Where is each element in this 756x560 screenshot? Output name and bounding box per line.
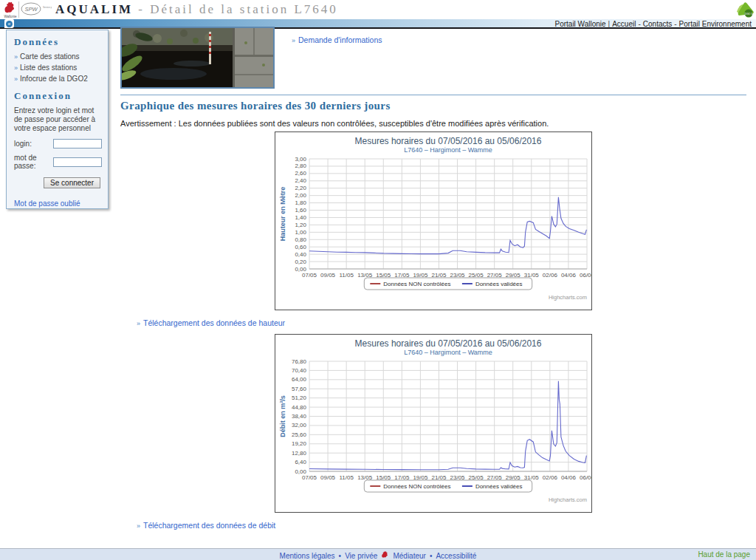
app-title: AQUALIM - Détail de la station L7640: [55, 2, 338, 17]
svg-text:0,80: 0,80: [295, 236, 306, 243]
sidebar-item-carte-des-stations[interactable]: »Carte des stations: [14, 52, 102, 61]
page-title: - Détail de la station L7640: [138, 2, 337, 16]
svg-text:44,80: 44,80: [292, 404, 307, 411]
haut-de-la-page-link[interactable]: Haut de la page: [698, 550, 750, 559]
svg-text:Mesures horaires du 07/05/2016: Mesures horaires du 07/05/2016 au 05/06/…: [355, 338, 542, 349]
link-mediateur[interactable]: Médiateur: [393, 552, 425, 560]
link-mentions-legales[interactable]: Mentions légales: [280, 552, 335, 560]
svg-text:1,00: 1,00: [295, 229, 306, 236]
svg-text:07/05: 07/05: [302, 474, 317, 481]
svg-text:Wallonie: Wallonie: [4, 15, 17, 18]
demande-informations-link[interactable]: »Demande d'informations: [292, 35, 382, 44]
collapse-icon: «: [6, 21, 13, 27]
sidebar: Données »Carte des stations »Liste des s…: [6, 30, 109, 209]
link-contacts[interactable]: Contacts: [643, 20, 672, 28]
wallonia-rooster-logo: Wallonie: [2, 1, 18, 19]
svg-text:2,00: 2,00: [295, 192, 306, 199]
svg-text:1,80: 1,80: [295, 199, 306, 206]
top-navigation-bar: « Portail Wallonie|Accueil-Contacts-Port…: [0, 19, 756, 29]
app-name: AQUALIM: [55, 2, 133, 16]
svg-text:Données validées: Données validées: [475, 281, 523, 287]
svg-text:2,80: 2,80: [295, 163, 306, 169]
svg-text:57,60: 57,60: [292, 386, 307, 392]
debit-chart[interactable]: Mesures horaires du 07/05/2016 au 05/06/…: [275, 334, 592, 513]
login-input[interactable]: [53, 139, 102, 148]
svg-text:0,60: 0,60: [295, 244, 306, 250]
svg-text:25,60: 25,60: [292, 431, 307, 438]
svg-text:64,00: 64,00: [292, 376, 307, 383]
svg-text:Highcharts.com: Highcharts.com: [549, 294, 587, 301]
svg-text:51,20: 51,20: [292, 395, 307, 401]
sidebar-collapse-button[interactable]: «: [4, 19, 14, 28]
sidebar-item-liste-des-stations[interactable]: »Liste des stations: [14, 64, 102, 72]
download-debit-link[interactable]: »Téléchargement des données de débit: [137, 521, 275, 530]
svg-text:2,60: 2,60: [295, 170, 306, 177]
svg-text:Débit en m³/s: Débit en m³/s: [279, 395, 286, 437]
svg-text:DGO 3: DGO 3: [745, 13, 753, 16]
sidebar-donnees-title: Données: [14, 36, 102, 48]
svg-text:70,40: 70,40: [292, 367, 307, 374]
separator: -: [638, 20, 640, 28]
svg-text:04/06: 04/06: [561, 272, 577, 279]
footer: Mentions légales•Vie privéeMédiateur•Acc…: [0, 548, 756, 560]
sidebar-connexion-title: Connexion: [14, 90, 102, 102]
svg-text:Highcharts.com: Highcharts.com: [549, 496, 587, 503]
separator: -: [674, 20, 676, 28]
svg-text:L7640 – Hargimont – Wamme: L7640 – Hargimont – Wamme: [404, 349, 492, 356]
connect-button[interactable]: Se connecter: [44, 177, 100, 188]
svg-text:07/05: 07/05: [302, 272, 317, 279]
svg-text:02/06: 02/06: [543, 474, 558, 481]
svg-text:Données NON contrôlées: Données NON contrôlées: [383, 483, 450, 490]
dgo3-logo: DGO 3: [735, 1, 755, 18]
link-vie-privee[interactable]: Vie privée: [345, 552, 377, 560]
svg-text:0,20: 0,20: [295, 259, 306, 265]
download-hauteur-link[interactable]: »Téléchargement des données de hauteur: [137, 318, 285, 327]
svg-text:Hauteur en Mètre: Hauteur en Mètre: [279, 187, 286, 242]
separator-dot: •: [339, 552, 342, 560]
svg-text:6,40: 6,40: [295, 459, 306, 465]
sidebar-item-infocrue[interactable]: »Infocrue de la DGO2: [14, 75, 102, 83]
logo-divider: [18, 1, 19, 18]
svg-text:Données validées: Données validées: [475, 483, 523, 490]
footer-links: Mentions légales•Vie privéeMédiateur•Acc…: [0, 550, 756, 560]
svg-text:09/05: 09/05: [320, 272, 336, 279]
svg-text:32,00: 32,00: [292, 422, 307, 428]
bullet-icon: »: [137, 320, 140, 327]
svg-text:38,40: 38,40: [292, 413, 307, 420]
svg-text:1,20: 1,20: [295, 222, 306, 228]
forgot-password-link[interactable]: Mot de passe oublié: [14, 199, 80, 208]
bullet-icon: »: [14, 64, 18, 72]
svg-text:L7640 – Hargimont – Wamme: L7640 – Hargimont – Wamme: [404, 146, 492, 154]
portal-links: Portail Wallonie|Accueil-Contacts-Portai…: [554, 20, 752, 28]
top-header: Wallonie SPW Service public de Wallonie …: [0, 0, 756, 19]
svg-text:11/05: 11/05: [339, 272, 354, 279]
password-input[interactable]: [53, 157, 102, 167]
login-label: login:: [14, 140, 32, 148]
hauteur-chart[interactable]: Mesures horaires du 07/05/2016 au 05/06/…: [275, 132, 592, 310]
svg-text:1,40: 1,40: [295, 214, 306, 221]
station-photo: [120, 27, 275, 89]
link-accueil[interactable]: Accueil: [612, 20, 636, 28]
separator-dot: •: [430, 552, 433, 560]
connexion-intro-text: Entrez votre login et mot de passe pour …: [14, 106, 102, 133]
section-title: Graphique des mesures horaires des 30 de…: [120, 100, 391, 112]
svg-text:11/05: 11/05: [339, 474, 354, 481]
svg-text:76,80: 76,80: [292, 358, 307, 365]
svg-text:09/05: 09/05: [320, 474, 336, 481]
svg-text:0,40: 0,40: [295, 251, 306, 258]
section-divider: [120, 95, 746, 95]
station-photo-image: [122, 28, 273, 87]
link-portail-wallonie[interactable]: Portail Wallonie: [554, 20, 605, 28]
svg-text:19,20: 19,20: [292, 440, 307, 447]
svg-text:06/06: 06/06: [580, 474, 591, 481]
svg-text:SPW: SPW: [24, 6, 38, 13]
bullet-icon: »: [137, 522, 140, 530]
bullet-icon: »: [14, 53, 18, 61]
separator: |: [608, 20, 611, 28]
svg-text:2,40: 2,40: [295, 177, 306, 184]
svg-text:02/06: 02/06: [543, 272, 558, 279]
page: Wallonie SPW Service public de Wallonie …: [0, 0, 756, 560]
svg-text:06/06: 06/06: [580, 272, 591, 279]
link-accessibilite[interactable]: Accessibilité: [436, 552, 476, 560]
link-portail-environnement[interactable]: Portail Environnement: [679, 20, 752, 28]
